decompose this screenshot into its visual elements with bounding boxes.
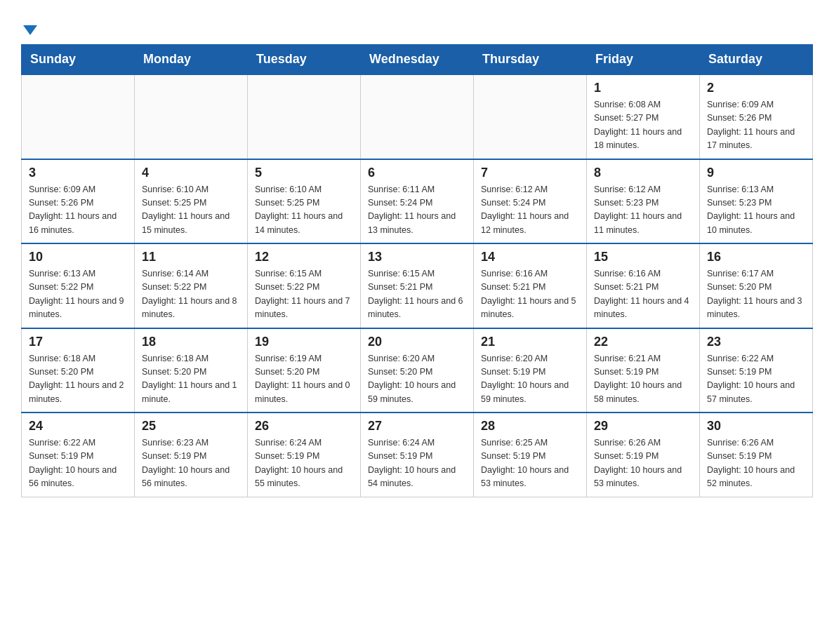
calendar-day-cell: 18Sunrise: 6:18 AMSunset: 5:20 PMDayligh… [135, 328, 248, 413]
calendar-day-cell: 10Sunrise: 6:13 AMSunset: 5:22 PMDayligh… [22, 243, 135, 328]
day-info: Sunrise: 6:10 AMSunset: 5:25 PMDaylight:… [142, 183, 240, 238]
day-number: 29 [594, 419, 692, 434]
calendar-day-cell: 21Sunrise: 6:20 AMSunset: 5:19 PMDayligh… [474, 328, 587, 413]
calendar-day-cell: 1Sunrise: 6:08 AMSunset: 5:27 PMDaylight… [587, 74, 700, 159]
calendar-day-cell: 4Sunrise: 6:10 AMSunset: 5:25 PMDaylight… [135, 159, 248, 244]
day-number: 6 [368, 166, 466, 180]
day-number: 4 [142, 166, 240, 180]
day-info: Sunrise: 6:11 AMSunset: 5:24 PMDaylight:… [368, 183, 466, 238]
calendar-day-cell: 3Sunrise: 6:09 AMSunset: 5:26 PMDaylight… [22, 159, 135, 244]
calendar-day-cell: 27Sunrise: 6:24 AMSunset: 5:19 PMDayligh… [361, 412, 474, 497]
day-info: Sunrise: 6:10 AMSunset: 5:25 PMDaylight:… [255, 183, 353, 238]
calendar-header-row: SundayMondayTuesdayWednesdayThursdayFrid… [22, 45, 813, 75]
day-info: Sunrise: 6:13 AMSunset: 5:23 PMDaylight:… [707, 183, 805, 238]
calendar-day-cell [361, 74, 474, 159]
day-number: 8 [594, 166, 692, 180]
day-number: 22 [594, 335, 692, 349]
calendar-day-cell [22, 74, 135, 159]
day-info: Sunrise: 6:09 AMSunset: 5:26 PMDaylight:… [29, 183, 127, 238]
day-info: Sunrise: 6:08 AMSunset: 5:27 PMDaylight:… [594, 98, 692, 153]
calendar-day-cell: 13Sunrise: 6:15 AMSunset: 5:21 PMDayligh… [361, 243, 474, 328]
calendar-day-cell: 30Sunrise: 6:26 AMSunset: 5:19 PMDayligh… [700, 412, 813, 497]
calendar-day-cell: 17Sunrise: 6:18 AMSunset: 5:20 PMDayligh… [22, 328, 135, 413]
logo-triangle-icon [23, 25, 37, 35]
calendar-day-cell: 2Sunrise: 6:09 AMSunset: 5:26 PMDaylight… [700, 74, 813, 159]
day-number: 13 [368, 250, 466, 264]
page-header [21, 14, 813, 37]
day-info: Sunrise: 6:12 AMSunset: 5:24 PMDaylight:… [481, 183, 579, 238]
day-number: 9 [707, 166, 805, 180]
calendar-day-cell: 19Sunrise: 6:19 AMSunset: 5:20 PMDayligh… [248, 328, 361, 413]
day-info: Sunrise: 6:14 AMSunset: 5:22 PMDaylight:… [142, 267, 240, 322]
day-number: 18 [142, 335, 240, 349]
day-info: Sunrise: 6:17 AMSunset: 5:20 PMDaylight:… [707, 267, 805, 322]
day-info: Sunrise: 6:16 AMSunset: 5:21 PMDaylight:… [481, 267, 579, 322]
day-number: 21 [481, 335, 579, 349]
day-number: 5 [255, 166, 353, 180]
calendar-day-cell: 16Sunrise: 6:17 AMSunset: 5:20 PMDayligh… [700, 243, 813, 328]
day-info: Sunrise: 6:16 AMSunset: 5:21 PMDaylight:… [594, 267, 692, 322]
calendar-table: SundayMondayTuesdayWednesdayThursdayFrid… [21, 44, 813, 497]
day-number: 20 [368, 335, 466, 349]
day-info: Sunrise: 6:15 AMSunset: 5:21 PMDaylight:… [368, 267, 466, 322]
calendar-day-cell: 9Sunrise: 6:13 AMSunset: 5:23 PMDaylight… [700, 159, 813, 244]
day-info: Sunrise: 6:20 AMSunset: 5:19 PMDaylight:… [481, 352, 579, 407]
weekday-header-thursday: Thursday [474, 45, 587, 75]
calendar-day-cell: 7Sunrise: 6:12 AMSunset: 5:24 PMDaylight… [474, 159, 587, 244]
day-info: Sunrise: 6:21 AMSunset: 5:19 PMDaylight:… [594, 352, 692, 407]
day-number: 11 [142, 250, 240, 264]
calendar-day-cell: 24Sunrise: 6:22 AMSunset: 5:19 PMDayligh… [22, 412, 135, 497]
calendar-week-row: 17Sunrise: 6:18 AMSunset: 5:20 PMDayligh… [22, 328, 813, 413]
day-info: Sunrise: 6:23 AMSunset: 5:19 PMDaylight:… [142, 436, 240, 491]
calendar-day-cell: 8Sunrise: 6:12 AMSunset: 5:23 PMDaylight… [587, 159, 700, 244]
calendar-day-cell: 23Sunrise: 6:22 AMSunset: 5:19 PMDayligh… [700, 328, 813, 413]
day-number: 14 [481, 250, 579, 264]
day-info: Sunrise: 6:26 AMSunset: 5:19 PMDaylight:… [594, 436, 692, 491]
day-number: 12 [255, 250, 353, 264]
day-info: Sunrise: 6:25 AMSunset: 5:19 PMDaylight:… [481, 436, 579, 491]
day-info: Sunrise: 6:24 AMSunset: 5:19 PMDaylight:… [255, 436, 353, 491]
day-number: 24 [29, 419, 127, 434]
calendar-day-cell: 20Sunrise: 6:20 AMSunset: 5:20 PMDayligh… [361, 328, 474, 413]
calendar-day-cell: 25Sunrise: 6:23 AMSunset: 5:19 PMDayligh… [135, 412, 248, 497]
day-info: Sunrise: 6:12 AMSunset: 5:23 PMDaylight:… [594, 183, 692, 238]
weekday-header-wednesday: Wednesday [361, 45, 474, 75]
day-number: 2 [707, 81, 805, 95]
day-number: 19 [255, 335, 353, 349]
day-info: Sunrise: 6:22 AMSunset: 5:19 PMDaylight:… [707, 352, 805, 407]
calendar-day-cell: 28Sunrise: 6:25 AMSunset: 5:19 PMDayligh… [474, 412, 587, 497]
day-number: 25 [142, 419, 240, 434]
day-number: 28 [481, 419, 579, 434]
calendar-day-cell: 11Sunrise: 6:14 AMSunset: 5:22 PMDayligh… [135, 243, 248, 328]
day-number: 26 [255, 419, 353, 434]
calendar-day-cell [135, 74, 248, 159]
day-number: 17 [29, 335, 127, 349]
calendar-day-cell: 5Sunrise: 6:10 AMSunset: 5:25 PMDaylight… [248, 159, 361, 244]
weekday-header-sunday: Sunday [22, 45, 135, 75]
day-info: Sunrise: 6:24 AMSunset: 5:19 PMDaylight:… [368, 436, 466, 491]
logo [21, 14, 37, 37]
calendar-day-cell: 14Sunrise: 6:16 AMSunset: 5:21 PMDayligh… [474, 243, 587, 328]
day-number: 10 [29, 250, 127, 264]
calendar-day-cell [248, 74, 361, 159]
day-info: Sunrise: 6:20 AMSunset: 5:20 PMDaylight:… [368, 352, 466, 407]
weekday-header-friday: Friday [587, 45, 700, 75]
day-number: 3 [29, 166, 127, 180]
calendar-day-cell: 22Sunrise: 6:21 AMSunset: 5:19 PMDayligh… [587, 328, 700, 413]
day-info: Sunrise: 6:19 AMSunset: 5:20 PMDaylight:… [255, 352, 353, 407]
calendar-day-cell: 29Sunrise: 6:26 AMSunset: 5:19 PMDayligh… [587, 412, 700, 497]
calendar-day-cell: 6Sunrise: 6:11 AMSunset: 5:24 PMDaylight… [361, 159, 474, 244]
weekday-header-saturday: Saturday [700, 45, 813, 75]
day-info: Sunrise: 6:18 AMSunset: 5:20 PMDaylight:… [29, 352, 127, 407]
calendar-day-cell: 12Sunrise: 6:15 AMSunset: 5:22 PMDayligh… [248, 243, 361, 328]
calendar-week-row: 1Sunrise: 6:08 AMSunset: 5:27 PMDaylight… [22, 74, 813, 159]
day-number: 30 [707, 419, 805, 434]
day-number: 1 [594, 81, 692, 95]
day-info: Sunrise: 6:15 AMSunset: 5:22 PMDaylight:… [255, 267, 353, 322]
calendar-day-cell: 26Sunrise: 6:24 AMSunset: 5:19 PMDayligh… [248, 412, 361, 497]
day-number: 23 [707, 335, 805, 349]
day-info: Sunrise: 6:26 AMSunset: 5:19 PMDaylight:… [707, 436, 805, 491]
day-number: 16 [707, 250, 805, 264]
day-number: 15 [594, 250, 692, 264]
calendar-day-cell [474, 74, 587, 159]
